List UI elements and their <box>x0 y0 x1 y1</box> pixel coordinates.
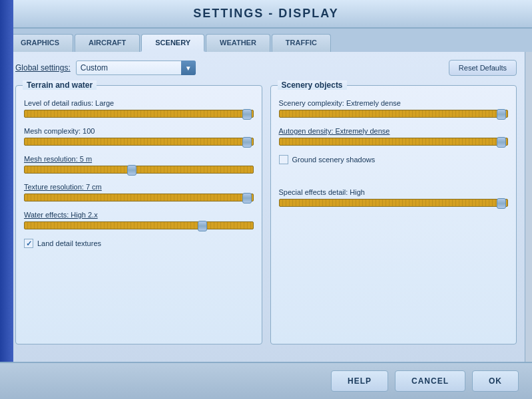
ok-button[interactable]: OK <box>472 370 519 392</box>
scenery-complexity-thumb[interactable] <box>497 109 506 120</box>
lod-thumb[interactable] <box>242 109 252 120</box>
panels-row: Terrain and water Level of detail radius… <box>15 85 517 344</box>
bottom-bar: HELP CANCEL OK <box>0 362 532 399</box>
mesh-resolution-thumb[interactable] <box>127 165 136 176</box>
terrain-panel: Terrain and water Level of detail radius… <box>15 85 262 344</box>
special-effects-slider[interactable] <box>279 199 509 207</box>
water-effects-thumb[interactable] <box>198 221 207 231</box>
lod-label: Level of detail radius: Large <box>24 99 254 107</box>
lod-setting: Level of detail radius: Large <box>24 99 254 118</box>
water-effects-label: Water effects: High 2.x <box>24 211 254 219</box>
global-settings-select-wrapper: Custom Low Medium High Ultra High ▼ <box>76 61 196 75</box>
tab-weather[interactable]: WEATHER <box>206 34 270 52</box>
mesh-complexity-slider[interactable] <box>24 138 254 146</box>
autogen-density-setting: Autogen density: Extremely dense <box>279 127 509 146</box>
mesh-complexity-thumb[interactable] <box>242 137 252 148</box>
settings-window: SETTINGS - DISPLAY GRAPHICS AIRCRAFT SCE… <box>0 0 532 399</box>
land-detail-textures-label: Land detail textures <box>37 239 101 247</box>
scenery-complexity-label: Scenery complexity: Extremely dense <box>279 99 509 107</box>
water-effects-setting: Water effects: High 2.x <box>24 211 254 229</box>
terrain-panel-title: Terrain and water <box>23 80 97 90</box>
texture-resolution-slider[interactable] <box>24 194 254 201</box>
tab-aircraft[interactable]: AIRCRAFT <box>75 34 140 52</box>
scenery-panel-content: Scenery complexity: Extremely dense Auto… <box>279 99 509 207</box>
main-content: Global settings: Custom Low Medium High … <box>7 52 525 364</box>
reset-defaults-button[interactable]: Reset Defaults <box>449 60 517 76</box>
ground-shadows-label: Ground scenery shadows <box>292 156 376 164</box>
ground-shadows-checkbox[interactable]: ✓ <box>279 155 288 164</box>
scenery-complexity-setting: Scenery complexity: Extremely dense <box>279 99 509 118</box>
cancel-button[interactable]: CANCEL <box>395 370 465 392</box>
global-settings-row: Global settings: Custom Low Medium High … <box>15 60 517 76</box>
title-bar: SETTINGS - DISPLAY <box>0 0 532 29</box>
mesh-complexity-setting: Mesh complexity: 100 <box>24 127 254 146</box>
special-effects-label: Special effects detail: High <box>279 188 509 196</box>
tab-scenery[interactable]: SCENERY <box>141 34 204 52</box>
mesh-resolution-slider[interactable] <box>24 166 254 174</box>
terrain-panel-content: Level of detail radius: Large Mesh compl… <box>24 99 254 248</box>
global-settings-select[interactable]: Custom Low Medium High Ultra High <box>76 61 196 75</box>
tab-graphics[interactable]: GRAPHICS <box>7 34 73 52</box>
land-detail-textures-checkbox[interactable]: ✓ <box>24 239 33 248</box>
lod-slider[interactable] <box>24 110 254 118</box>
tab-traffic[interactable]: TRAFFIC <box>272 34 331 52</box>
autogen-density-thumb[interactable] <box>497 137 506 148</box>
window-title: SETTINGS - DISPLAY <box>193 7 338 20</box>
special-effects-thumb[interactable] <box>497 198 506 209</box>
ground-shadows-row: ✓ Ground scenery shadows <box>279 155 509 164</box>
checkbox-check-icon: ✓ <box>26 239 32 248</box>
scenery-panel: Scenery objects Scenery complexity: Extr… <box>270 85 517 344</box>
water-effects-slider[interactable] <box>24 221 254 229</box>
autogen-density-label: Autogen density: Extremely dense <box>279 127 509 135</box>
autogen-density-slider[interactable] <box>279 138 509 146</box>
scenery-panel-title: Scenery objects <box>278 80 347 90</box>
land-detail-textures-row: ✓ Land detail textures <box>24 239 254 248</box>
global-settings-label: Global settings: <box>15 63 71 72</box>
tab-bar: GRAPHICS AIRCRAFT SCENERY WEATHER TRAFFI… <box>0 29 532 52</box>
texture-resolution-label: Texture resolution: 7 cm <box>24 183 254 191</box>
texture-resolution-setting: Texture resolution: 7 cm <box>24 183 254 201</box>
mesh-complexity-label: Mesh complexity: 100 <box>24 127 254 135</box>
help-button[interactable]: HELP <box>331 370 388 392</box>
left-accent <box>0 0 13 399</box>
mesh-resolution-setting: Mesh resolution: 5 m <box>24 155 254 174</box>
special-effects-setting: Special effects detail: High <box>279 188 509 207</box>
mesh-resolution-label: Mesh resolution: 5 m <box>24 155 254 163</box>
texture-resolution-thumb[interactable] <box>242 193 252 203</box>
scenery-complexity-slider[interactable] <box>279 110 509 118</box>
